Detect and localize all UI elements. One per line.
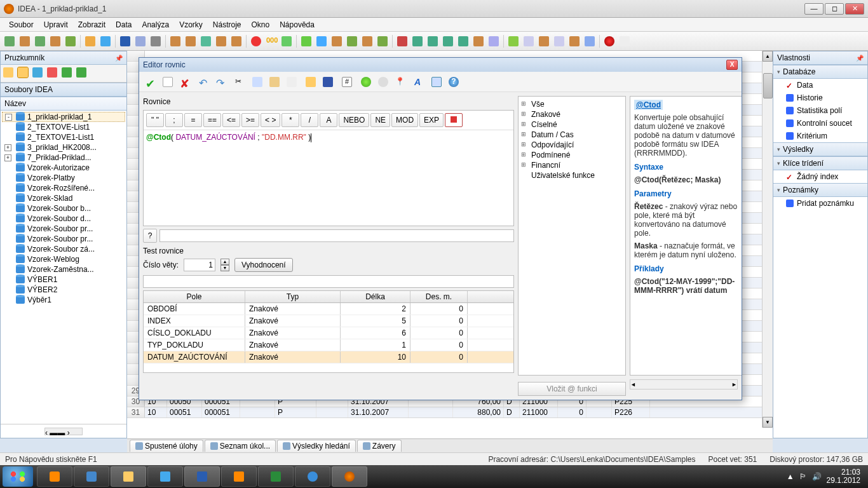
forward-icon[interactable]	[376, 74, 391, 90]
tool-icon[interactable]	[64, 34, 78, 48]
function-category[interactable]: Znakové	[521, 109, 623, 119]
taskbar-item[interactable]	[184, 466, 220, 487]
tool-icon[interactable]	[522, 34, 536, 48]
check-icon[interactable]	[62, 67, 74, 80]
clear-icon[interactable]	[284, 74, 299, 90]
tree-item[interactable]: -1_priklad-priklad_1	[2, 112, 125, 122]
new-icon[interactable]	[160, 74, 175, 90]
section-results[interactable]: Výsledky	[773, 142, 867, 156]
operator-button[interactable]: EXP	[419, 113, 444, 127]
operator-button[interactable]: A	[320, 113, 337, 127]
start-button[interactable]	[3, 466, 33, 487]
prop-kontrolni[interactable]: Kontrolní soucet	[773, 117, 867, 130]
tool-icon[interactable]	[83, 34, 97, 48]
undo-icon[interactable]: ↶	[196, 74, 212, 90]
tree-item[interactable]: Vzorek-Soubor b...	[2, 203, 125, 214]
tray-icon[interactable]: ▲	[787, 472, 794, 481]
tree-item[interactable]: Vzorek-Soubor zá...	[2, 244, 125, 254]
tree-item[interactable]: Vzorek-Soubor pr...	[2, 234, 125, 244]
maximize-button[interactable]: ◻	[825, 3, 844, 15]
evaluate-button[interactable]: Vyhodnocení	[234, 258, 293, 272]
tool-icon[interactable]	[583, 34, 597, 48]
operator-button[interactable]: ==	[203, 113, 221, 127]
redo-icon[interactable]: ↷	[214, 74, 229, 90]
field-row[interactable]: DATUM_ZAÚCTOVÁNÍZnakové100	[144, 351, 513, 363]
pin-icon[interactable]: 📌	[115, 55, 123, 62]
taskbar-item[interactable]	[111, 466, 146, 487]
word-icon[interactable]	[118, 34, 132, 48]
tool-icon[interactable]	[395, 34, 409, 48]
hash-icon[interactable]: #	[339, 74, 355, 90]
help-icon[interactable]: ?	[446, 74, 461, 90]
tool-icon[interactable]	[184, 34, 198, 48]
tool-icon[interactable]	[98, 34, 112, 48]
tree-item[interactable]: VÝBER1	[2, 274, 125, 285]
tree-item[interactable]: Vzorek-Sklad	[2, 193, 125, 203]
tree-item[interactable]: 2_TEXTOVE-List1	[2, 122, 125, 132]
ok-icon[interactable]: ✔	[143, 74, 158, 90]
explorer-column[interactable]: Název	[1, 97, 126, 111]
menu-nastroje[interactable]: Nástroje	[208, 19, 247, 30]
refresh-icon[interactable]	[32, 67, 45, 80]
taskbar-item[interactable]	[37, 466, 72, 487]
operator-button[interactable]: ;	[165, 113, 183, 127]
field-row[interactable]: INDEXZnakové50	[144, 315, 513, 327]
tree-item[interactable]: 2_TEXTOVE1-List1	[2, 132, 125, 142]
font-icon[interactable]: A	[412, 74, 427, 90]
tool-icon[interactable]	[299, 34, 313, 48]
pin-icon[interactable]: 📍	[393, 74, 408, 90]
fields-table[interactable]: Pole Typ Délka Des. m. OBDOBÍZnakové20IN…	[143, 290, 514, 373]
tool-icon[interactable]	[537, 34, 551, 48]
col-desm[interactable]: Des. m.	[410, 291, 468, 302]
menu-vzorky[interactable]: Vzorky	[174, 19, 208, 30]
function-category[interactable]: Císelné	[521, 119, 623, 130]
tool-icon[interactable]	[229, 34, 243, 48]
taskbar-item[interactable]	[332, 466, 367, 487]
menu-upravit[interactable]: Upravit	[39, 19, 73, 30]
tab-search-results[interactable]: Výsledky hledání	[277, 440, 356, 452]
cut-icon[interactable]: ✂	[233, 74, 248, 90]
open-icon[interactable]	[303, 74, 318, 90]
field-row[interactable]: OBDOBÍZnakové20	[144, 303, 513, 315]
dialog-titlebar[interactable]: Editor rovnic X	[139, 58, 742, 72]
tree-item[interactable]: Vzorek-Rozšířené...	[2, 183, 125, 193]
prop-kriterium[interactable]: Kritérium	[773, 130, 867, 142]
taskbar-item[interactable]	[221, 466, 257, 487]
col-typ[interactable]: Typ	[245, 291, 341, 302]
taskbar-item[interactable]	[74, 466, 109, 487]
operator-button[interactable]: NEBO	[339, 113, 369, 127]
tool-icon[interactable]	[199, 34, 213, 48]
tree-item[interactable]: Vzorek-Soubor pr...	[2, 224, 125, 234]
paste-icon[interactable]	[267, 74, 282, 90]
menu-zobrazit[interactable]: Zobrazit	[73, 19, 111, 30]
function-category[interactable]: Datum / Cas	[521, 130, 623, 140]
tree-item[interactable]: +7_Priklad-Priklad...	[2, 152, 125, 163]
section-database[interactable]: Databáze	[773, 65, 867, 79]
tree-item[interactable]: VÝBER2	[2, 285, 125, 295]
print-icon[interactable]	[149, 34, 163, 48]
prop-addnote[interactable]: Pridat poznámku	[773, 197, 867, 210]
help-input[interactable]	[159, 229, 514, 242]
menu-soubor[interactable]: Soubor	[4, 19, 39, 30]
operator-button[interactable]: NE	[370, 113, 390, 127]
operator-button[interactable]: " "	[146, 113, 164, 127]
operator-button[interactable]: *	[281, 113, 299, 127]
section-sort[interactable]: Klíce trídení	[773, 156, 867, 170]
prop-data[interactable]: ✓Data	[773, 79, 867, 92]
tree-item[interactable]: Výběr1	[2, 295, 125, 305]
tab-conclusions[interactable]: Závery	[357, 440, 402, 452]
tree-item[interactable]: Vzorek-Platby	[2, 173, 125, 183]
menu-data[interactable]: Data	[111, 19, 137, 30]
calendar-button[interactable]	[445, 113, 463, 127]
function-category[interactable]: Uživatelské funkce	[521, 170, 623, 180]
tree-item[interactable]: +3_priklad_HK2008...	[2, 142, 125, 152]
col-delka[interactable]: Délka	[341, 291, 410, 302]
tool-icon[interactable]	[33, 34, 47, 48]
tool-icon[interactable]	[214, 34, 228, 48]
table-row[interactable]: 311000051000051P31.10.2007880,00D2110000…	[127, 407, 773, 418]
tree-item[interactable]: Vzorek-Weblog	[2, 254, 125, 264]
expand-icon[interactable]: +	[4, 154, 11, 161]
operator-button[interactable]: MOD	[391, 113, 418, 127]
col-pole[interactable]: Pole	[144, 291, 245, 302]
tool-icon[interactable]	[315, 34, 329, 48]
